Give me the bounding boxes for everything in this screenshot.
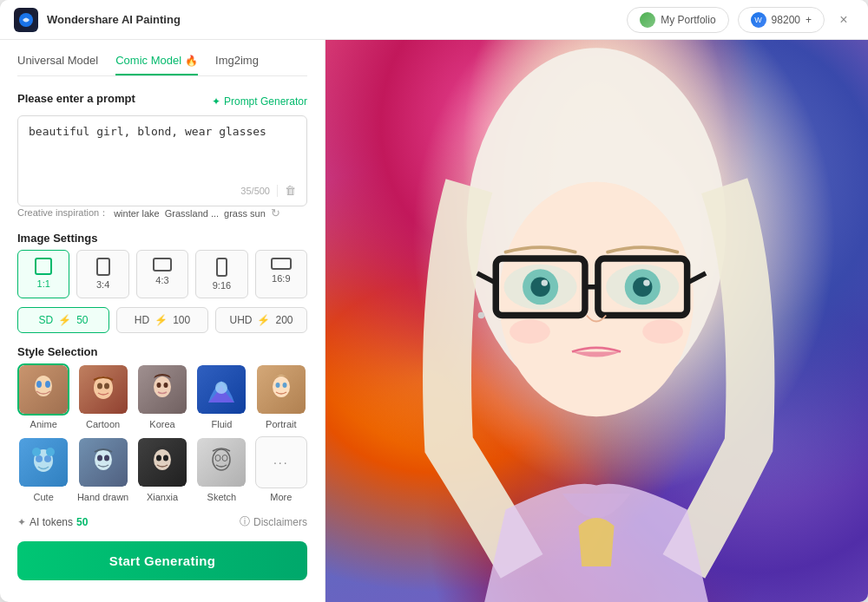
svg-point-3 xyxy=(45,381,50,388)
svg-point-4 xyxy=(94,376,113,399)
style-selection-section: Style Selection Anime xyxy=(17,345,307,502)
generated-image xyxy=(326,40,868,602)
style-label-hand-drawn: Hand drawn xyxy=(77,492,128,502)
more-dots-icon: ··· xyxy=(273,455,289,469)
close-button[interactable]: × xyxy=(833,10,854,30)
svg-point-20 xyxy=(97,455,102,461)
style-portrait[interactable]: Portrait xyxy=(255,363,307,429)
inspiration-tag-0[interactable]: winter lake xyxy=(114,208,160,219)
inspiration-tag-2[interactable]: grass sun xyxy=(224,208,266,219)
svg-point-10 xyxy=(215,382,227,394)
image-settings-label: Image Settings xyxy=(17,232,307,245)
svg-point-39 xyxy=(530,278,549,297)
ai-tokens: ✦ AI tokens 50 xyxy=(17,516,88,528)
ratio-4-3[interactable]: 4:3 xyxy=(136,250,188,298)
app-logo xyxy=(14,8,38,32)
ratio-icon-3-4 xyxy=(96,258,110,276)
style-selection-label: Style Selection xyxy=(17,345,307,358)
style-thumb-xianxia xyxy=(136,436,188,488)
style-img-sketch xyxy=(197,438,246,487)
style-label-korea: Korea xyxy=(149,419,174,429)
style-fluid[interactable]: Fluid xyxy=(195,363,247,429)
svg-point-13 xyxy=(282,383,286,388)
inspiration-tag-1[interactable]: Grassland ... xyxy=(165,208,219,219)
style-img-cartoon xyxy=(79,365,128,414)
svg-point-44 xyxy=(642,319,683,344)
prompt-section: Please enter a prompt ✦ Prompt Generator… xyxy=(17,92,307,219)
style-more[interactable]: ··· More xyxy=(255,436,307,502)
style-thumb-sketch xyxy=(195,436,247,488)
style-korea[interactable]: Korea xyxy=(136,363,188,429)
quality-uhd[interactable]: UHD ⚡ 200 xyxy=(215,307,307,333)
creative-inspiration: Creative inspiration： winter lake Grassl… xyxy=(17,206,307,219)
tokens-count: 98200 xyxy=(772,14,800,26)
generate-button[interactable]: Start Generating xyxy=(17,541,307,580)
add-icon: + xyxy=(806,14,812,26)
tab-bar: Universal Model Comic Model 🔥 Img2img xyxy=(17,54,307,76)
ratio-1-1[interactable]: 1:1 xyxy=(17,250,69,298)
quality-row: SD ⚡ 50 HD ⚡ 100 UHD ⚡ 200 xyxy=(17,307,307,333)
clear-icon[interactable]: 🗑 xyxy=(285,184,296,197)
style-thumb-fluid xyxy=(195,363,247,416)
tokens-button[interactable]: W 98200 + xyxy=(738,7,825,33)
svg-point-21 xyxy=(104,455,109,461)
ai-tokens-label: AI tokens xyxy=(30,516,73,528)
hd-label: HD xyxy=(135,314,149,326)
style-img-hand-drawn xyxy=(79,438,128,487)
app-window: Wondershare AI Painting My Portfolio W 9… xyxy=(0,0,868,602)
style-xianxia[interactable]: Xianxia xyxy=(136,436,188,502)
style-cartoon[interactable]: Cartoon xyxy=(76,363,128,429)
ratio-9-16[interactable]: 9:16 xyxy=(195,250,247,298)
svg-point-26 xyxy=(215,455,220,461)
quality-sd[interactable]: SD ⚡ 50 xyxy=(17,307,109,333)
footer-row: ✦ AI tokens 50 ⓘ Disclaimers xyxy=(17,514,307,529)
svg-point-6 xyxy=(104,383,109,389)
uhd-steps: 200 xyxy=(275,314,293,326)
svg-point-43 xyxy=(510,319,550,344)
ratio-16-9[interactable]: 16:9 xyxy=(255,250,307,298)
steps-icon-uhd: ⚡ xyxy=(257,314,270,326)
svg-point-7 xyxy=(154,376,171,397)
ratio-icon-4-3 xyxy=(153,258,172,272)
ratio-icon-16-9 xyxy=(271,258,292,270)
tab-comic-model[interactable]: Comic Model 🔥 xyxy=(115,54,198,75)
quality-hd[interactable]: HD ⚡ 100 xyxy=(116,307,208,333)
style-label-xianxia: Xianxia xyxy=(147,492,178,502)
ratio-3-4[interactable]: 3:4 xyxy=(76,250,128,298)
refresh-icon[interactable]: ↻ xyxy=(271,206,280,219)
style-thumb-cute xyxy=(17,436,69,488)
svg-point-15 xyxy=(36,455,43,462)
style-label-cartoon: Cartoon xyxy=(86,419,120,429)
portfolio-button[interactable]: My Portfolio xyxy=(627,7,728,33)
style-img-xianxia xyxy=(138,438,187,487)
svg-point-18 xyxy=(46,448,55,456)
title-bar-actions: My Portfolio W 98200 + × xyxy=(627,7,854,33)
style-cute[interactable]: Cute xyxy=(17,436,69,502)
style-label-anime: Anime xyxy=(30,419,57,429)
style-grid: Anime Cartoon xyxy=(17,363,307,502)
disclaimers-link[interactable]: ⓘ Disclaimers xyxy=(240,514,307,529)
sparkle-icon: ✦ xyxy=(212,95,220,108)
style-label-cute: Cute xyxy=(34,492,54,502)
inspiration-label: Creative inspiration： xyxy=(17,206,108,219)
svg-point-40 xyxy=(633,278,652,297)
style-thumb-korea xyxy=(136,363,188,416)
prompt-generator-button[interactable]: ✦ Prompt Generator xyxy=(212,95,307,108)
divider xyxy=(277,185,278,197)
style-img-korea xyxy=(138,365,187,414)
svg-point-45 xyxy=(478,312,484,318)
style-sketch[interactable]: Sketch xyxy=(195,436,247,502)
svg-point-16 xyxy=(44,455,51,462)
ai-icon: ✦ xyxy=(17,516,26,528)
tab-img2img[interactable]: Img2img xyxy=(215,54,259,75)
tab-universal-model[interactable]: Universal Model xyxy=(17,54,98,75)
info-icon: ⓘ xyxy=(240,514,250,529)
style-thumb-cartoon xyxy=(77,363,129,416)
style-hand-drawn[interactable]: Hand drawn xyxy=(76,436,128,502)
more-button-thumb[interactable]: ··· xyxy=(255,436,307,488)
prompt-input[interactable] xyxy=(29,125,296,177)
right-panel xyxy=(326,40,868,602)
style-anime[interactable]: Anime xyxy=(17,363,69,429)
style-label-portrait: Portrait xyxy=(266,419,296,429)
style-img-cute xyxy=(19,438,68,487)
